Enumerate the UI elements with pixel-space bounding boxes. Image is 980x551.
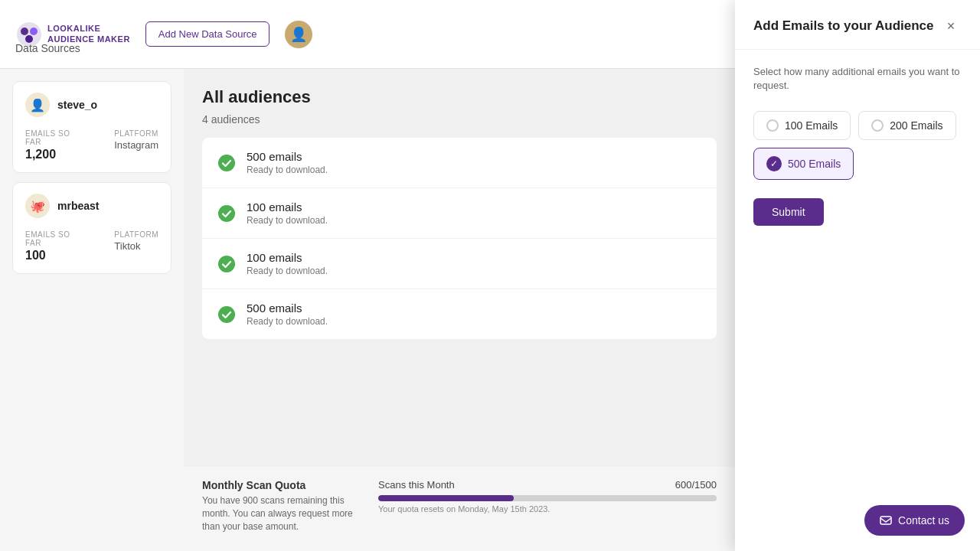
overlay-panel: Add Emails to your Audience × Select how… [735,0,980,551]
svg-point-7 [218,306,235,323]
contact-us-button[interactable]: Contact us [864,505,965,536]
emails-label-mrbeast: EMAILS SO FAR [25,230,83,247]
quota-right: Scans this Month 600/1500 Your quota res… [378,479,717,533]
audience-status-2: Ready to download. [247,266,328,276]
stat-platform-mrbeast: PLATFORM Tiktok [114,230,158,262]
quota-reset-text: Your quota resets on Monday, May 15th 20… [378,504,717,514]
quota-progress-fill [378,495,514,501]
platform-label-steve: PLATFORM [114,129,158,138]
overlay-subtitle: Select how many additional emails you wa… [753,65,962,93]
svg-point-4 [218,155,235,171]
stat-platform-steve: PLATFORM Instagram [114,129,158,161]
svg-point-5 [218,205,235,222]
source-card-header: 👤 steve_o [25,93,158,117]
all-audiences-title: All audiences [202,87,717,107]
stat-emails-steve: EMAILS SO FAR 1,200 [25,129,83,161]
audiences-list: 500 emails Ready to download. 100 emails… [202,138,717,339]
source-name-steve: steve_o [57,99,97,111]
option-100-label: 100 Emails [785,119,838,132]
source-card-header-mrbeast: 🐙 mrbeast [25,194,158,218]
audience-info-0: 500 emails Ready to download. [247,150,328,175]
quota-row: Scans this Month 600/1500 [378,479,717,491]
close-button[interactable]: × [940,15,962,37]
source-avatar-mrbeast: 🐙 [25,194,50,218]
radio-200 [871,119,884,132]
source-stats-steve: EMAILS SO FAR 1,200 PLATFORM Instagram [25,129,158,161]
quota-progress-track [378,495,717,501]
platform-label-mrbeast: PLATFORM [114,230,158,239]
checkmark-500: ✓ [766,156,782,171]
overlay-header: Add Emails to your Audience × [735,0,980,50]
audience-emails-3: 500 emails [247,302,328,315]
audience-info-2: 100 emails Ready to download. [247,251,328,276]
sidebar: 👤 steve_o EMAILS SO FAR 1,200 PLATFORM I… [0,69,184,551]
quota-layout: Monthly Scan Quota You have 900 scans re… [202,479,717,533]
source-avatar-steve: 👤 [25,93,50,117]
quota-title: Monthly Scan Quota [202,479,355,491]
emails-value-steve: 1,200 [25,148,83,161]
audience-info-1: 100 emails Ready to download. [247,201,328,226]
overlay-title: Add Emails to your Audience [753,18,934,34]
platform-value-steve: Instagram [114,139,158,151]
option-200-label: 200 Emails [890,119,942,132]
quota-scans-label: Scans this Month [378,479,455,491]
audience-item-1[interactable]: 100 emails Ready to download. [202,188,717,239]
stat-emails-mrbeast: EMAILS SO FAR 100 [25,230,83,262]
radio-100 [766,119,779,132]
svg-point-1 [21,28,28,35]
quota-bar-area: Monthly Scan Quota You have 900 scans re… [184,467,735,551]
add-data-source-button[interactable]: Add New Data Source [145,21,270,47]
submit-button[interactable]: Submit [753,198,824,226]
quota-description: You have 900 scans remaining this month.… [202,494,355,533]
mail-icon [880,514,892,527]
audience-info-3: 500 emails Ready to download. [247,302,328,327]
audience-item-0[interactable]: 500 emails Ready to download. [202,138,717,188]
user-avatar: 👤 [285,21,312,48]
top-bar: LOOKALIKE AUDIENCE MAKER Add New Data So… [0,0,735,69]
option-100-emails[interactable]: 100 Emails [753,111,851,140]
quota-left: Monthly Scan Quota You have 900 scans re… [202,479,355,533]
audiences-count: 4 audiences [202,113,717,126]
source-stats-mrbeast: EMAILS SO FAR 100 PLATFORM Tiktok [25,230,158,262]
platform-value-mrbeast: Tiktok [114,240,158,252]
emails-label-steve: EMAILS SO FAR [25,129,83,146]
quota-scans-count: 600/1500 [675,479,717,491]
check-icon-0 [217,154,236,172]
svg-rect-8 [880,517,891,524]
audience-emails-1: 100 emails [247,201,328,214]
data-sources-label: Data Sources [15,42,80,54]
option-500-label: 500 Emails [788,158,841,170]
svg-point-2 [30,28,38,35]
check-icon-2 [217,255,236,273]
source-name-mrbeast: mrbeast [57,200,99,212]
audience-item-3[interactable]: 500 emails Ready to download. [202,289,717,339]
overlay-body: Select how many additional emails you wa… [735,50,980,241]
email-options: 100 Emails 200 Emails ✓ 500 Emails [753,111,962,180]
check-icon-1 [217,204,236,223]
svg-point-6 [218,256,235,272]
audience-emails-0: 500 emails [247,150,328,163]
audience-status-0: Ready to download. [247,165,328,175]
audience-status-1: Ready to download. [247,215,328,226]
logo-text: LOOKALIKE AUDIENCE MAKER [47,24,130,44]
audience-emails-2: 100 emails [247,251,328,264]
audience-item-2[interactable]: 100 emails Ready to download. [202,239,717,289]
source-card-mrbeast[interactable]: 🐙 mrbeast EMAILS SO FAR 100 PLATFORM Tik… [12,182,172,274]
audience-status-3: Ready to download. [247,316,328,327]
svg-point-3 [25,35,33,43]
option-500-emails[interactable]: ✓ 500 Emails [753,148,854,180]
option-200-emails[interactable]: 200 Emails [858,111,956,140]
emails-value-mrbeast: 100 [25,249,83,262]
check-icon-3 [217,305,236,324]
contact-us-label: Contact us [898,514,949,527]
source-card-steve[interactable]: 👤 steve_o EMAILS SO FAR 1,200 PLATFORM I… [12,81,172,173]
